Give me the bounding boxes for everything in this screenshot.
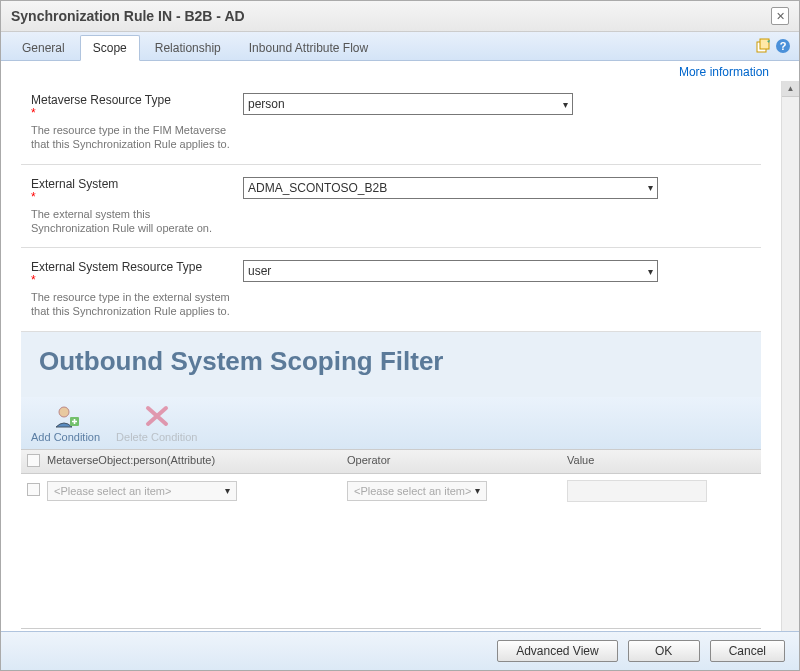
delete-condition-label: Delete Condition: [116, 431, 197, 445]
chevron-down-icon: ▾: [648, 182, 653, 193]
required-indicator: *: [31, 107, 231, 119]
row-checkbox[interactable]: [27, 483, 40, 496]
copy-resource-icon[interactable]: [755, 38, 771, 54]
ext-system-help: The external system this Synchronization…: [31, 207, 231, 236]
vertical-scrollbar[interactable]: ▲: [781, 81, 799, 631]
tab-strip: General Scope Relationship Inbound Attri…: [1, 32, 799, 61]
ext-type-help: The resource type in the external system…: [31, 290, 231, 319]
grid-header-operator: Operator: [347, 454, 567, 469]
field-external-system: External System * The external system th…: [21, 165, 761, 249]
operator-placeholder: <Please select an item>: [354, 485, 471, 497]
dialog-title: Synchronization Rule IN - B2B - AD: [11, 8, 245, 24]
title-bar: Synchronization Rule IN - B2B - AD ✕: [1, 1, 799, 32]
close-icon: ✕: [776, 10, 785, 23]
ext-system-select[interactable]: ADMA_SCONTOSO_B2B ▾: [243, 177, 658, 199]
tab-relationship[interactable]: Relationship: [142, 35, 234, 60]
delete-icon: [143, 403, 171, 429]
mv-type-value: person: [248, 97, 285, 111]
chevron-down-icon: ▾: [563, 99, 568, 110]
ok-button[interactable]: OK: [628, 640, 700, 662]
mv-type-select[interactable]: person ▾: [243, 93, 573, 115]
content-area: Metaverse Resource Type * The resource t…: [1, 81, 799, 631]
field-metaverse-resource-type: Metaverse Resource Type * The resource t…: [21, 81, 761, 165]
chevron-down-icon: ▾: [648, 266, 653, 277]
chevron-down-icon: ▾: [225, 485, 230, 496]
add-condition-label: Add Condition: [31, 431, 100, 445]
ext-type-value: user: [248, 264, 271, 278]
conditions-grid: MetaverseObject:person(Attribute) Operat…: [21, 449, 761, 631]
svg-point-4: [59, 407, 69, 417]
delete-condition-button: Delete Condition: [114, 401, 199, 447]
grid-empty-space: [21, 508, 761, 628]
tab-toolbar-icons: ?: [755, 38, 791, 57]
tab-scope[interactable]: Scope: [80, 35, 140, 61]
dialog-button-bar: Advanced View OK Cancel: [1, 631, 799, 670]
condition-toolbar: Add Condition Delete Condition: [21, 397, 761, 449]
tab-general[interactable]: General: [9, 35, 78, 60]
ext-type-select[interactable]: user ▾: [243, 260, 658, 282]
add-condition-button[interactable]: Add Condition: [29, 401, 102, 447]
section-title: Outbound System Scoping Filter: [21, 332, 761, 397]
mv-type-label: Metaverse Resource Type: [31, 93, 231, 107]
value-input[interactable]: [567, 480, 707, 502]
required-indicator: *: [31, 274, 231, 286]
ext-system-value: ADMA_SCONTOSO_B2B: [248, 181, 387, 195]
field-external-system-resource-type: External System Resource Type * The reso…: [21, 248, 761, 332]
more-information-link[interactable]: More information: [679, 65, 769, 79]
required-indicator: *: [31, 191, 231, 203]
dialog-window: Synchronization Rule IN - B2B - AD ✕ Gen…: [0, 0, 800, 671]
tab-inbound-attribute-flow[interactable]: Inbound Attribute Flow: [236, 35, 381, 60]
grid-header: MetaverseObject:person(Attribute) Operat…: [21, 449, 761, 474]
help-icon[interactable]: ?: [775, 38, 791, 54]
svg-rect-1: [760, 39, 769, 49]
close-button[interactable]: ✕: [771, 7, 789, 25]
operator-select[interactable]: <Please select an item> ▾: [347, 481, 487, 501]
scroll-up-icon[interactable]: ▲: [782, 81, 799, 97]
ext-type-label: External System Resource Type: [31, 260, 231, 274]
grid-row: <Please select an item> ▾ <Please select…: [21, 474, 761, 508]
grid-header-value: Value: [567, 454, 755, 469]
ext-system-label: External System: [31, 177, 231, 191]
add-user-icon: [52, 403, 80, 429]
attribute-select[interactable]: <Please select an item> ▾: [47, 481, 237, 501]
attribute-placeholder: <Please select an item>: [54, 485, 171, 497]
mv-type-help: The resource type in the FIM Metaverse t…: [31, 123, 231, 152]
svg-text:?: ?: [780, 40, 787, 52]
more-info-row: More information: [1, 61, 799, 81]
grid-header-attribute: MetaverseObject:person(Attribute): [47, 454, 347, 469]
scroll-body: Metaverse Resource Type * The resource t…: [1, 81, 781, 631]
chevron-down-icon: ▾: [475, 485, 480, 496]
select-all-checkbox[interactable]: [27, 454, 40, 467]
advanced-view-button[interactable]: Advanced View: [497, 640, 618, 662]
cancel-button[interactable]: Cancel: [710, 640, 785, 662]
